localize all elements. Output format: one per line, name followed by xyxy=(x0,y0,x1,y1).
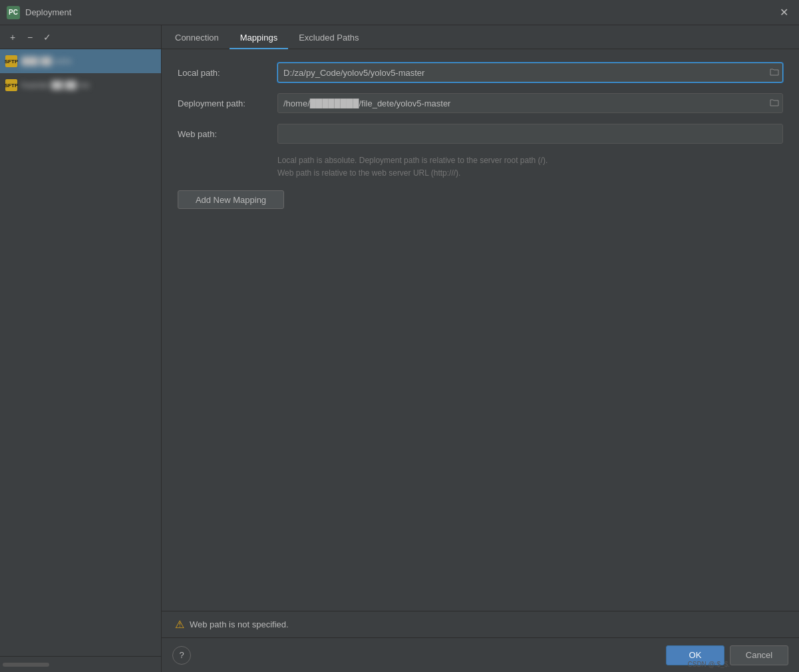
web-path-label: Web path: xyxy=(178,129,277,139)
deployment-path-input[interactable] xyxy=(277,93,783,113)
web-path-input-wrap xyxy=(277,124,783,144)
deployment-path-browse-button[interactable] xyxy=(768,96,780,110)
main-layout: + − ✓ SFTP ███ ██ oolre SFTP huavian ██ … xyxy=(0,25,799,672)
deployment-path-input-wrap xyxy=(277,93,783,113)
list-item[interactable]: SFTP huavian ██ ██ res xyxy=(0,73,161,97)
title-bar: PC Deployment ✕ xyxy=(0,0,799,25)
mappings-form: Local path: Deployment path: xyxy=(162,49,799,611)
server-list: SFTP ███ ██ oolre SFTP huavian ██ ██ res xyxy=(0,49,161,656)
local-path-label: Local path: xyxy=(178,68,277,78)
sftp-icon: SFTP xyxy=(5,55,17,67)
server-name-1: ███ ██ oolre xyxy=(21,57,72,66)
dialog-title: Deployment xyxy=(25,7,776,17)
warning-message: Web path is not specified. xyxy=(190,619,289,629)
tab-bar: Connection Mappings Excluded Paths xyxy=(162,25,799,49)
tab-mappings[interactable]: Mappings xyxy=(230,29,288,49)
web-path-row: Web path: xyxy=(178,124,783,144)
local-path-input-wrap xyxy=(277,63,783,83)
warning-bar: ⚠ Web path is not specified. xyxy=(162,611,799,637)
sidebar-bottom xyxy=(0,656,161,672)
deployment-dialog: PC Deployment ✕ + − ✓ SFTP ███ █ xyxy=(0,0,799,672)
local-path-browse-button[interactable] xyxy=(768,66,780,79)
deployment-path-row: Deployment path: xyxy=(178,93,783,113)
check-button[interactable]: ✓ xyxy=(40,30,55,45)
sidebar-toolbar: + − ✓ xyxy=(0,25,161,49)
content-panel: Connection Mappings Excluded Paths Local… xyxy=(162,25,799,672)
cancel-button[interactable]: Cancel xyxy=(730,645,788,665)
tab-excluded-paths[interactable]: Excluded Paths xyxy=(288,29,369,49)
add-server-button[interactable]: + xyxy=(5,30,20,45)
watermark: CSDN @:$_$. xyxy=(687,661,730,668)
add-new-mapping-button[interactable]: Add New Mapping xyxy=(178,190,284,209)
hint-text: Local path is absolute. Deployment path … xyxy=(178,154,783,180)
web-path-input[interactable] xyxy=(277,124,783,144)
server-name-2: huavian ██ ██ res xyxy=(21,81,90,90)
scroll-thumb xyxy=(3,663,49,667)
deployment-path-label: Deployment path: xyxy=(178,98,277,108)
sidebar: + − ✓ SFTP ███ ██ oolre SFTP huavian ██ … xyxy=(0,25,162,672)
tab-connection[interactable]: Connection xyxy=(164,29,230,49)
local-path-row: Local path: xyxy=(178,63,783,83)
remove-server-button[interactable]: − xyxy=(23,30,37,45)
help-button[interactable]: ? xyxy=(172,646,191,665)
local-path-input[interactable] xyxy=(277,63,783,83)
list-item[interactable]: SFTP ███ ██ oolre xyxy=(0,49,161,73)
app-icon: PC xyxy=(7,6,20,19)
close-button[interactable]: ✕ xyxy=(776,5,792,20)
sftp-icon: SFTP xyxy=(5,79,17,91)
warning-icon: ⚠ xyxy=(175,618,184,631)
